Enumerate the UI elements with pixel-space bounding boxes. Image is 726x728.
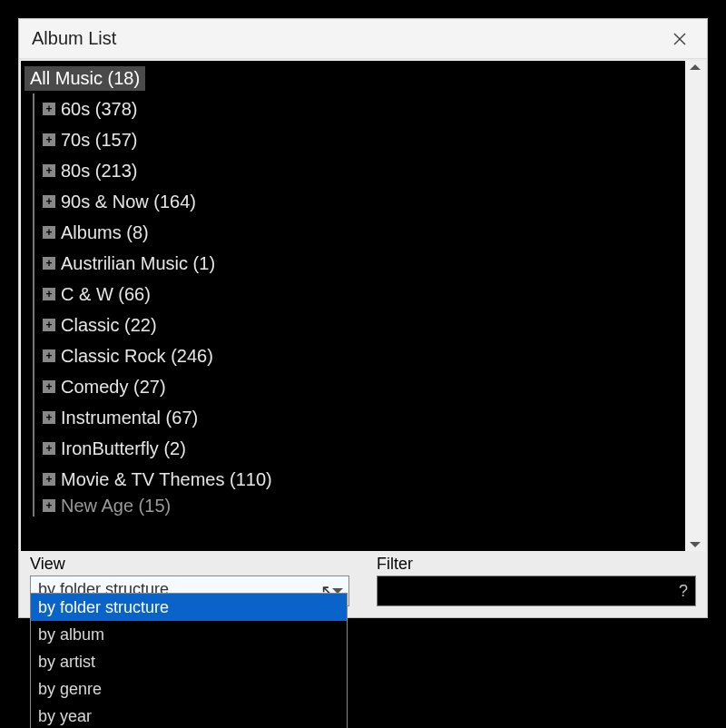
tree-item-label: 80s (213): [61, 161, 138, 182]
tree-item[interactable]: +Albums (8): [25, 217, 685, 248]
scroll-down-icon[interactable]: [690, 542, 701, 547]
expand-icon[interactable]: +: [43, 473, 55, 486]
tree-item[interactable]: +70s (157): [25, 124, 685, 155]
filter-label: Filter: [377, 555, 696, 574]
tree-item-label: Classic (22): [61, 315, 157, 336]
tree-item[interactable]: +Instrumental (67): [25, 402, 685, 433]
dropdown-option[interactable]: by folder structure: [31, 594, 347, 621]
expand-icon[interactable]: +: [43, 319, 55, 331]
tree-item-label: Instrumental (67): [61, 408, 198, 428]
titlebar: Album List: [19, 19, 707, 59]
tree-item[interactable]: +60s (378): [25, 93, 685, 124]
tree-item[interactable]: +Classic (22): [25, 310, 685, 340]
tree-item[interactable]: +80s (213): [25, 155, 685, 186]
dropdown-option[interactable]: by album: [31, 621, 347, 648]
tree-root[interactable]: All Music (18): [25, 63, 685, 93]
tree-item[interactable]: +Movie & TV Themes (110): [25, 464, 685, 495]
expand-icon[interactable]: +: [43, 257, 55, 270]
window-title: Album List: [32, 28, 116, 49]
folder-tree[interactable]: All Music (18) +60s (378) +70s (157) +80…: [21, 61, 685, 551]
tree-item-label: All Music (18): [25, 66, 145, 91]
dropdown-option[interactable]: by artist: [31, 648, 347, 675]
dropdown-option[interactable]: by year: [31, 703, 347, 728]
filter-input[interactable]: ?: [377, 576, 696, 606]
close-button[interactable]: [662, 23, 698, 55]
view-label: View: [30, 555, 349, 574]
scroll-up-icon[interactable]: [690, 64, 701, 70]
tree-item-label: Movie & TV Themes (110): [61, 469, 272, 490]
tree-item-label: C & W (66): [61, 284, 151, 305]
expand-icon[interactable]: +: [43, 349, 55, 362]
scrollbar[interactable]: [685, 61, 705, 551]
expand-icon[interactable]: +: [43, 288, 55, 300]
tree-item[interactable]: +Austrilian Music (1): [25, 248, 685, 279]
expand-icon[interactable]: +: [43, 380, 55, 393]
expand-icon[interactable]: +: [43, 195, 55, 208]
filter-group: Filter ?: [377, 555, 696, 606]
tree-item-label: 90s & Now (164): [61, 192, 196, 212]
tree-item[interactable]: +Classic Rock (246): [25, 340, 685, 371]
tree-item-label: Albums (8): [61, 222, 149, 243]
tree-item[interactable]: +90s & Now (164): [25, 186, 685, 217]
tree-item-label: 60s (378): [61, 99, 138, 120]
tree-item[interactable]: +Comedy (27): [25, 371, 685, 402]
tree-item-label: Comedy (27): [61, 377, 166, 398]
expand-icon[interactable]: +: [43, 103, 55, 115]
dropdown-option[interactable]: by genre: [31, 675, 347, 703]
close-icon: [673, 33, 686, 45]
view-dropdown[interactable]: by folder structure by album by artist b…: [30, 593, 348, 728]
album-list-window: Album List All Music (18) +60s (378) +70…: [18, 18, 708, 618]
tree-item[interactable]: +New Age (15): [25, 495, 685, 516]
tree-item-label: Austrilian Music (1): [61, 253, 215, 274]
expand-icon[interactable]: +: [43, 499, 55, 512]
tree-item[interactable]: +IronButterfly (2): [25, 433, 685, 464]
expand-icon[interactable]: +: [43, 442, 55, 455]
expand-icon[interactable]: +: [43, 226, 55, 239]
filter-help-icon[interactable]: ?: [679, 582, 688, 601]
expand-icon[interactable]: +: [43, 164, 55, 177]
tree-item-label: New Age (15): [61, 496, 171, 516]
tree-item[interactable]: +C & W (66): [25, 279, 685, 310]
tree-item-label: IronButterfly (2): [61, 438, 186, 459]
expand-icon[interactable]: +: [43, 411, 55, 424]
tree-item-label: Classic Rock (246): [61, 346, 213, 367]
expand-icon[interactable]: +: [43, 133, 55, 146]
tree-item-label: 70s (157): [61, 130, 138, 151]
tree-area: All Music (18) +60s (378) +70s (157) +80…: [21, 61, 705, 551]
